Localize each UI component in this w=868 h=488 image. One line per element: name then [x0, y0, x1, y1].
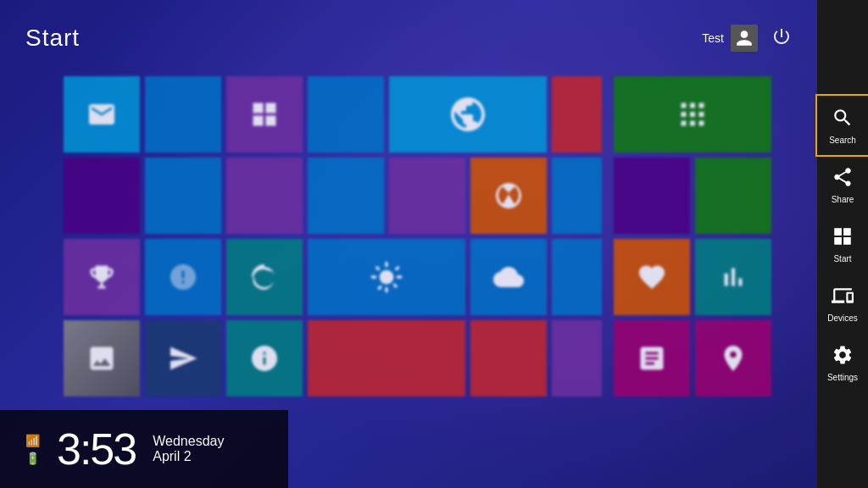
- tile-blank6[interactable]: [389, 158, 465, 234]
- charm-search[interactable]: Search: [817, 96, 868, 155]
- tile-magenta2[interactable]: [695, 320, 771, 396]
- tile-right2a[interactable]: [614, 158, 690, 234]
- share-icon: [832, 166, 854, 191]
- tile-red1[interactable]: [552, 76, 602, 152]
- tile-magenta1[interactable]: [614, 320, 690, 396]
- settings-icon: [832, 344, 854, 369]
- tile-blank2[interactable]: [308, 76, 384, 152]
- tile-blank7[interactable]: [552, 158, 602, 234]
- header: Start Test: [0, 0, 817, 76]
- charm-start[interactable]: Start: [817, 214, 868, 274]
- charm-settings[interactable]: Settings: [817, 333, 868, 392]
- tile-green-wide[interactable]: [614, 76, 771, 152]
- tile-ie[interactable]: [389, 76, 547, 152]
- tile-blank3[interactable]: [145, 158, 221, 234]
- tile-darkpurple[interactable]: [64, 158, 140, 234]
- tile-red-wide[interactable]: [308, 320, 465, 396]
- clock-day-name: Wednesday: [153, 434, 224, 449]
- clock-date: Wednesday April 2: [153, 434, 224, 464]
- charm-share-label: Share: [832, 195, 854, 204]
- charm-start-label: Start: [833, 254, 851, 263]
- battery-icon: 🔋: [25, 452, 40, 465]
- tile-paper-plane[interactable]: [145, 320, 221, 396]
- tile-right2b[interactable]: [695, 158, 771, 234]
- charms-bar: Search Share Start Devices Settings: [817, 0, 868, 488]
- user-info[interactable]: Test: [702, 25, 758, 52]
- charm-settings-label: Settings: [827, 373, 858, 382]
- tile-mail[interactable]: [64, 76, 140, 152]
- tile-skype2[interactable]: [226, 320, 303, 396]
- tile-blank5[interactable]: [308, 158, 384, 234]
- tile-sun[interactable]: [308, 239, 465, 315]
- tile-blank1[interactable]: [145, 76, 221, 152]
- tile-cloud[interactable]: [470, 239, 547, 315]
- username: Test: [702, 31, 724, 45]
- tile-blank8[interactable]: [145, 239, 221, 315]
- clock-date-full: April 2: [153, 449, 224, 464]
- power-button[interactable]: [771, 26, 792, 51]
- tile-blank10[interactable]: [552, 320, 602, 396]
- clock-status-icons: 📶 🔋: [25, 434, 40, 465]
- clock-time: 3:53: [57, 427, 136, 471]
- tile-xbox[interactable]: [470, 158, 547, 234]
- signal-icon: 📶: [25, 434, 40, 447]
- start-title: Start: [25, 25, 80, 52]
- tile-skype[interactable]: [226, 239, 303, 315]
- tile-grid[interactable]: [226, 76, 303, 152]
- tile-blank9[interactable]: [552, 239, 602, 315]
- tile-blank4[interactable]: [226, 158, 303, 234]
- search-icon: [832, 107, 854, 132]
- devices-icon: [832, 285, 854, 310]
- tile-bars[interactable]: [695, 239, 771, 315]
- user-avatar: [731, 25, 758, 52]
- charm-share[interactable]: Share: [817, 155, 868, 214]
- header-right: Test: [702, 25, 792, 52]
- right-tiles[interactable]: [614, 76, 817, 488]
- charm-devices[interactable]: Devices: [817, 274, 868, 333]
- tile-photo1[interactable]: [64, 320, 140, 396]
- charm-devices-label: Devices: [827, 313, 858, 323]
- clock-overlay: 📶 🔋 3:53 Wednesday April 2: [0, 410, 288, 488]
- tile-trophy[interactable]: [64, 239, 140, 315]
- start-icon: [832, 225, 854, 251]
- tile-red2[interactable]: [470, 320, 547, 396]
- tile-heart[interactable]: [614, 239, 690, 315]
- charm-search-label: Search: [829, 136, 856, 145]
